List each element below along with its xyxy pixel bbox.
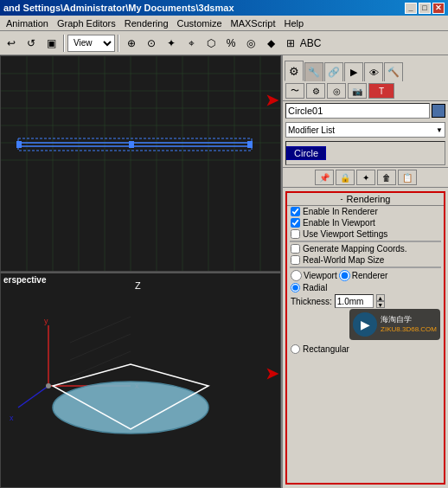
- stack-btn-pin[interactable]: 📌: [315, 170, 334, 185]
- toolbar-btn-2[interactable]: ⊙: [142, 34, 161, 53]
- tab-motion[interactable]: ▶: [344, 62, 363, 81]
- main-area: ront: [0, 55, 448, 488]
- thickness-spin-down[interactable]: ▼: [376, 301, 385, 308]
- toolbar-btn-10[interactable]: ABC: [301, 34, 320, 53]
- thickness-row: Thickness: ▲ ▼: [287, 293, 444, 309]
- toolbar-btn-6[interactable]: %: [221, 34, 240, 53]
- toolbar-btn-9[interactable]: ⊞: [281, 34, 300, 53]
- title-text: and Settings\Administrator\My Documents\…: [3, 3, 234, 13]
- minimize-button[interactable]: _: [405, 3, 417, 14]
- menu-customize[interactable]: Customize: [173, 17, 227, 29]
- watermark-text: 海淘自学 ZIKU8.3D68.COM: [381, 315, 437, 334]
- menu-animation[interactable]: Animation: [2, 17, 53, 29]
- tab-utilities[interactable]: 🔨: [384, 62, 403, 81]
- viewport-bottom-svg: Z y x x: [1, 273, 280, 487]
- checkbox-realworld: Real-World Map Size: [287, 254, 444, 266]
- stack-controls: 📌 🔒 ✦ 🗑 📋: [283, 167, 448, 188]
- enable-viewport-checkbox[interactable]: [291, 218, 300, 228]
- menu-maxscript[interactable]: MAXScript: [227, 17, 280, 29]
- watermark-line1: 海淘自学: [381, 315, 437, 325]
- thickness-input[interactable]: [335, 294, 374, 308]
- viewports-area: ront: [0, 55, 281, 488]
- toolbar: ↩ ↺ ▣ View ⊕ ⊙ ✦ ⌖ ⬡ % ◎ ◆ ⊞ ABC: [0, 31, 448, 55]
- enable-viewport-label: Enable In Viewport: [303, 218, 375, 228]
- panel-icon-5[interactable]: T: [368, 83, 394, 99]
- rendering-header[interactable]: - Rendering: [287, 193, 444, 206]
- right-panel: ⚙ 🔧 🔗 ▶ 👁 🔨 〜 ⚙ ◎ 📷 T Modifier List ▼: [281, 55, 448, 488]
- toolbar-undo[interactable]: ↩: [2, 34, 21, 53]
- svg-point-35: [46, 383, 51, 388]
- section-divider-2: [290, 266, 441, 268]
- viewport-top[interactable]: ront: [0, 55, 281, 272]
- radial-radio[interactable]: [291, 283, 300, 292]
- realworld-label: Real-World Map Size: [303, 255, 384, 265]
- toolbar-select[interactable]: ▣: [42, 34, 61, 53]
- stack-btn-display[interactable]: ✦: [356, 170, 375, 185]
- view-dropdown[interactable]: View: [67, 35, 115, 52]
- toolbar-btn-5[interactable]: ⬡: [202, 34, 221, 53]
- svg-text:Z: Z: [135, 280, 141, 291]
- tab-hierarchy[interactable]: 🔗: [324, 62, 343, 81]
- watermark: ▶ 海淘自学 ZIKU8.3D68.COM: [349, 309, 440, 340]
- toolbar-btn-1[interactable]: ⊕: [122, 34, 141, 53]
- checkbox-enable-renderer: Enable In Renderer: [287, 206, 444, 217]
- panel-icon-4[interactable]: 📷: [348, 83, 367, 99]
- panel-icon-row: 〜 ⚙ ◎ 📷 T: [283, 81, 448, 101]
- rectangular-label: Rectangular: [303, 344, 349, 354]
- svg-text:x: x: [10, 414, 14, 422]
- toolbar-sep-1: [63, 35, 65, 52]
- svg-rect-22: [1, 273, 280, 487]
- modifier-dropdown[interactable]: Modifier List ▼: [285, 122, 445, 138]
- object-color-swatch[interactable]: [432, 104, 445, 118]
- object-name-input[interactable]: [285, 103, 430, 119]
- stack-list: Circle: [285, 141, 445, 165]
- rendering-title: Rendering: [347, 194, 391, 204]
- toolbar-btn-3[interactable]: ✦: [162, 34, 181, 53]
- panel-icon-2[interactable]: ⚙: [306, 83, 325, 99]
- tab-display[interactable]: 👁: [364, 62, 383, 81]
- menu-bar: Animation Graph Editors Rendering Custom…: [0, 16, 448, 31]
- menu-graph-editors[interactable]: Graph Editors: [53, 17, 120, 29]
- menu-help[interactable]: Help: [280, 17, 309, 29]
- close-button[interactable]: ✕: [432, 3, 445, 14]
- checkbox-gen-mapping: Generate Mapping Coords.: [287, 243, 444, 254]
- svg-text:y: y: [44, 317, 48, 325]
- tab-modify[interactable]: 🔧: [304, 62, 323, 81]
- toolbar-btn-4[interactable]: ⌖: [182, 34, 201, 53]
- maximize-button[interactable]: □: [419, 3, 431, 14]
- stack-btn-remove[interactable]: 🗑: [377, 170, 396, 185]
- viewport-bottom[interactable]: erspective Z y x x: [0, 272, 281, 488]
- svg-rect-0: [1, 56, 280, 271]
- stack-btn-lock[interactable]: 🔒: [336, 170, 355, 185]
- rendering-section: - Rendering Enable In Renderer Enable In…: [285, 191, 445, 485]
- thickness-spin-up[interactable]: ▲: [376, 294, 385, 301]
- checkbox-enable-viewport: Enable In Viewport: [287, 217, 444, 228]
- menu-rendering[interactable]: Rendering: [120, 17, 173, 29]
- panel-icon-3[interactable]: ◎: [327, 83, 346, 99]
- red-arrow-top: ➤: [266, 91, 278, 110]
- radial-label: Radial: [303, 283, 327, 292]
- gen-mapping-checkbox[interactable]: [291, 244, 300, 254]
- section-divider-1: [290, 241, 441, 242]
- stack-item-circle[interactable]: Circle: [286, 146, 326, 160]
- toolbar-redo[interactable]: ↺: [22, 34, 41, 53]
- renderer-radio-label: Renderer: [352, 271, 388, 280]
- use-viewport-checkbox[interactable]: [291, 229, 300, 239]
- realworld-checkbox[interactable]: [291, 255, 300, 265]
- gen-mapping-label: Generate Mapping Coords.: [303, 244, 407, 254]
- checkbox-use-viewport: Use Viewport Settings: [287, 228, 444, 240]
- enable-renderer-checkbox[interactable]: [291, 207, 300, 216]
- renderer-radio[interactable]: [339, 270, 350, 281]
- viewport-radio-label: Viewport: [304, 271, 337, 280]
- collapse-icon: -: [341, 195, 343, 203]
- rectangular-radio[interactable]: [291, 344, 300, 354]
- title-controls: _ □ ✕: [405, 3, 445, 14]
- viewport-top-grid: [1, 56, 280, 271]
- viewport-radio[interactable]: [291, 270, 302, 281]
- toolbar-btn-7[interactable]: ◎: [241, 34, 260, 53]
- stack-btn-copy[interactable]: 📋: [398, 170, 417, 185]
- tab-create[interactable]: ⚙: [285, 61, 304, 81]
- toolbar-btn-8[interactable]: ◆: [261, 34, 280, 53]
- panel-icon-1[interactable]: 〜: [285, 83, 304, 99]
- modifier-dropdown-arrow: ▼: [436, 126, 443, 134]
